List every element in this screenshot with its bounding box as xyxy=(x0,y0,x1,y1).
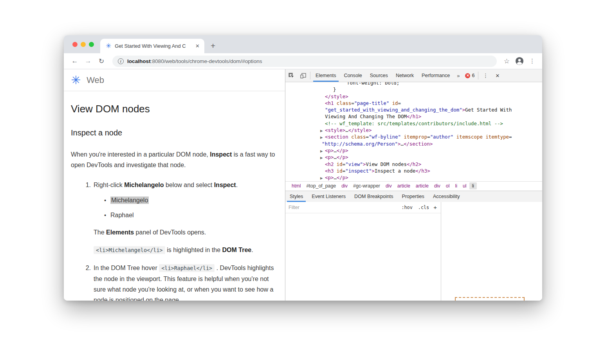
sidebar-tab-dom-breakpoints[interactable]: DOM Breakpoints xyxy=(350,191,397,202)
dom-tree-line[interactable]: <h3 id="inspect">Inspect a node</h3> xyxy=(285,168,542,174)
new-tab-button[interactable]: + xyxy=(211,41,215,50)
breadcrumb-gc-wrapper[interactable]: #gc-wrapper xyxy=(350,182,383,189)
box-model-margin-edge xyxy=(455,297,525,301)
dom-tree-line[interactable]: "http://schema.org/Person">…</section> xyxy=(285,141,542,147)
text-run: Raphael xyxy=(110,212,134,218)
code-token: … xyxy=(334,148,336,153)
tab-close-icon[interactable]: ✕ xyxy=(195,43,200,49)
sidebar-tab-event-listeners[interactable]: Event Listeners xyxy=(307,191,350,202)
computed-column xyxy=(441,202,542,301)
toggle-hover-state-button[interactable]: :hov xyxy=(399,205,415,210)
step-1-code-paragraph: <li>Michelangelo</li> is highlighted in … xyxy=(94,245,277,256)
list-item[interactable]: • Michelangelo xyxy=(104,196,277,205)
text-run: When you're interested in a particular D… xyxy=(71,151,210,158)
toggle-class-button[interactable]: .cls xyxy=(415,205,432,210)
code-token: Get Started With xyxy=(465,107,512,113)
code-token: <h1 xyxy=(325,100,334,106)
site-brand[interactable]: Web xyxy=(87,75,104,85)
minimize-window-button[interactable] xyxy=(81,42,86,47)
devtools-tab-console[interactable]: Console xyxy=(340,69,366,82)
devtools-toolbar: ElementsConsoleSourcesNetworkPerformance… xyxy=(285,69,542,82)
browser-tab[interactable]: ✳ Get Started With Viewing And C ✕ xyxy=(100,39,204,53)
device-toolbar-icon[interactable] xyxy=(297,69,309,82)
breadcrumb-li[interactable]: li xyxy=(469,182,477,189)
breadcrumb-article[interactable]: article xyxy=(395,182,413,189)
dom-tree-line[interactable]: ▶<p>…</p> xyxy=(285,154,542,160)
devtools-tab-elements[interactable]: Elements xyxy=(312,69,340,82)
code-token: <h3 xyxy=(325,168,334,174)
sidebar-tab-accessibility[interactable]: Accessibility xyxy=(429,191,464,202)
code-token: = xyxy=(398,100,401,106)
text-run: In the DOM Tree hover xyxy=(94,265,159,271)
page-info-icon[interactable]: i xyxy=(118,58,124,64)
forward-icon[interactable]: → xyxy=(83,57,94,65)
code-token: </p> xyxy=(337,148,348,153)
dom-tree-line[interactable]: </style> xyxy=(285,93,542,100)
michelangelo-item[interactable]: Michelangelo xyxy=(110,196,149,205)
code-token xyxy=(453,134,456,140)
profile-avatar-icon[interactable] xyxy=(515,57,524,65)
highlighted-text: Michelangelo xyxy=(110,196,149,204)
code-token xyxy=(334,100,336,106)
text-run: is highlighted in the xyxy=(165,247,222,253)
list-item[interactable]: • Raphael xyxy=(104,211,277,220)
sidebar-tab-styles[interactable]: Styles xyxy=(285,191,307,202)
browser-window: ✳ Get Started With Viewing And C ✕ + ← →… xyxy=(64,35,542,301)
dom-tree-line[interactable]: } xyxy=(285,86,542,93)
address-bar[interactable]: i localhost:8080/web/tools/chrome-devtoo… xyxy=(112,56,497,67)
browser-menu-icon[interactable]: ⋮ xyxy=(529,58,535,65)
dom-tree-line[interactable]: <!-- wf_template: src/templates/contribu… xyxy=(285,120,542,127)
breadcrumb-div[interactable]: div xyxy=(383,182,395,189)
devtools-tab-performance[interactable]: Performance xyxy=(418,69,454,82)
bookmark-star-icon[interactable]: ☆ xyxy=(504,57,510,65)
breadcrumb-html[interactable]: html xyxy=(289,182,303,189)
more-tabs-chevron-icon[interactable]: » xyxy=(454,69,463,82)
dom-tree-line[interactable]: Viewing And Changing The DOM</h1> xyxy=(285,113,542,120)
devtools-tabs: ElementsConsoleSourcesNetworkPerformance xyxy=(312,69,454,82)
tab-strip: ✳ Get Started With Viewing And C ✕ + xyxy=(64,35,542,53)
devtools-menu-icon[interactable]: ⋮ xyxy=(480,69,491,82)
toolbar-divider xyxy=(310,72,310,79)
breadcrumb-top_of_page[interactable]: #top_of_page xyxy=(303,182,339,189)
bold-text: DOM Tree xyxy=(222,247,252,253)
breadcrumb-div[interactable]: div xyxy=(339,182,350,189)
breadcrumb-ul[interactable]: ul xyxy=(460,182,469,189)
code-token: "http://schema.org/Person" xyxy=(322,141,398,147)
url-path: :8080/web/tools/chrome-devtools/dom/#opt… xyxy=(151,58,262,64)
code-token: itemtype xyxy=(485,134,509,140)
breadcrumb-div[interactable]: div xyxy=(431,182,443,189)
zoom-window-button[interactable] xyxy=(89,42,94,47)
close-window-button[interactable] xyxy=(72,42,78,47)
dom-tree-line[interactable]: ▶<p>…</p> xyxy=(285,147,542,154)
devtools-tab-network[interactable]: Network xyxy=(392,69,418,82)
dom-tree-line[interactable]: ▶<section class="wf-byline" itemprop="au… xyxy=(285,133,542,140)
breadcrumb-article[interactable]: article xyxy=(413,182,431,189)
code-token: … xyxy=(334,154,336,160)
devtools-tab-sources[interactable]: Sources xyxy=(366,69,392,82)
code-token: itemscope xyxy=(456,134,483,140)
back-icon[interactable]: ← xyxy=(69,57,80,65)
tab-title: Get Started With Viewing And C xyxy=(115,43,191,49)
code-token: <!-- wf_template: src/templates/contribu… xyxy=(325,121,503,126)
new-style-rule-button[interactable]: + xyxy=(432,204,439,211)
dom-tree-line[interactable]: ▶<style>…</style> xyxy=(285,127,542,133)
reload-icon[interactable]: ↻ xyxy=(96,57,107,65)
dom-tree-line[interactable]: <h1 class="page-title" id= xyxy=(285,100,542,106)
inspect-element-icon[interactable] xyxy=(285,69,297,82)
dom-tree-line[interactable]: ▶<p>…</p> xyxy=(285,174,542,181)
page-title: View DOM nodes xyxy=(71,103,277,115)
error-badge[interactable]: ✕ 6 xyxy=(463,69,477,82)
breadcrumb-li[interactable]: li xyxy=(452,182,460,189)
browser-toolbar: ← → ↻ i localhost:8080/web/tools/chrome-… xyxy=(64,53,542,69)
breadcrumb-ol[interactable]: ol xyxy=(443,182,453,189)
styles-filter-input[interactable] xyxy=(289,205,399,210)
sidebar-tab-properties[interactable]: Properties xyxy=(398,191,429,202)
raphael-item[interactable]: Raphael xyxy=(110,211,134,220)
step-1: 1. Right-click Michelangelo below and se… xyxy=(85,180,277,256)
dom-tree-line[interactable]: <h2 id="view">View DOM nodes</h2> xyxy=(285,161,542,168)
web-logo-icon[interactable]: ✳ xyxy=(71,74,81,86)
expander-closed-icon[interactable]: ▶ xyxy=(320,175,323,181)
dom-tree-line[interactable]: font-weight: bold; xyxy=(285,82,542,86)
devtools-close-icon[interactable]: ✕ xyxy=(491,69,503,82)
dom-tree-line[interactable]: "get_started_with_viewing_and_changing_t… xyxy=(285,106,542,113)
